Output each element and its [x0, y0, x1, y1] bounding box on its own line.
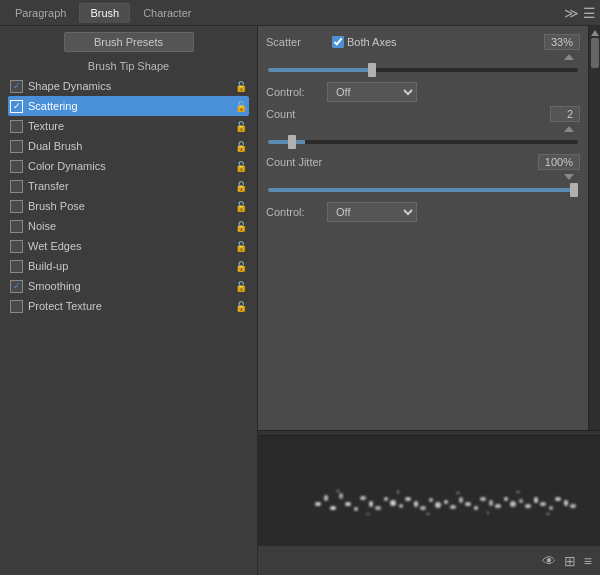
- scatter-row: Scatter Both Axes 33%: [266, 34, 580, 50]
- control1-select[interactable]: Off Fade Pen Pressure Pen Tilt Stylus Wh…: [327, 82, 417, 102]
- svg-point-22: [480, 497, 486, 501]
- right-scrollbar[interactable]: [588, 26, 600, 430]
- svg-point-36: [366, 513, 370, 515]
- brush-item-label: Noise: [28, 220, 56, 232]
- count-value: 2: [550, 106, 580, 122]
- scatter-slider[interactable]: [268, 68, 578, 72]
- control1-row: Control: Off Fade Pen Pressure Pen Tilt …: [266, 82, 580, 102]
- scroll-thumb[interactable]: [591, 38, 599, 68]
- lock-icon-scattering: 🔓: [235, 101, 247, 112]
- tab-brush[interactable]: Brush: [79, 3, 130, 23]
- count-slider[interactable]: [268, 140, 578, 144]
- count-label: Count: [266, 108, 550, 120]
- brush-item-label: Transfer: [28, 180, 69, 192]
- scatter-slider-container: [266, 54, 580, 78]
- brush-item-shape-dynamics[interactable]: ✓ Shape Dynamics 🔓: [8, 76, 249, 96]
- brush-presets-button[interactable]: Brush Presets: [64, 32, 194, 52]
- svg-point-24: [495, 504, 501, 508]
- checkbox-texture[interactable]: [10, 120, 23, 133]
- both-axes-checkbox[interactable]: [332, 36, 344, 48]
- scatter-percent: 33%: [544, 34, 580, 50]
- brush-item-label: Protect Texture: [28, 300, 102, 312]
- svg-point-20: [465, 502, 471, 506]
- checkbox-smoothing[interactable]: ✓: [10, 280, 23, 293]
- brush-item-label: Wet Edges: [28, 240, 82, 252]
- bottom-bar: 👁 ⊞ ≡: [258, 545, 600, 575]
- count-jitter-percent: 100%: [538, 154, 580, 170]
- both-axes-label: Both Axes: [347, 36, 397, 48]
- control2-select[interactable]: Off Fade Pen Pressure Pen Tilt Stylus Wh…: [327, 202, 417, 222]
- svg-point-0: [315, 502, 321, 506]
- brush-item-protect-texture[interactable]: Protect Texture 🔓: [8, 296, 249, 316]
- svg-point-6: [360, 496, 366, 500]
- svg-point-31: [549, 506, 553, 510]
- brush-item-label: Smoothing: [28, 280, 81, 292]
- brush-item-noise[interactable]: Noise 🔓: [8, 216, 249, 236]
- checkbox-scattering[interactable]: ✓: [10, 100, 23, 113]
- count-slider-container: [266, 126, 580, 150]
- tab-bar: Paragraph Brush Character ≫ ☰: [0, 0, 600, 26]
- brush-item-texture[interactable]: Texture 🔓: [8, 116, 249, 136]
- brush-item-dual-brush[interactable]: Dual Brush 🔓: [8, 136, 249, 156]
- brush-item-smoothing[interactable]: ✓ Smoothing 🔓: [8, 276, 249, 296]
- svg-point-33: [564, 500, 568, 506]
- scroll-up-count-icon[interactable]: [564, 126, 574, 132]
- checkbox-protect-texture[interactable]: [10, 300, 23, 313]
- tab-character[interactable]: Character: [132, 3, 202, 23]
- menu-icon[interactable]: ☰: [583, 5, 596, 21]
- lock-icon-brush-pose: 🔓: [235, 201, 247, 212]
- checkbox-wet-edges[interactable]: [10, 240, 23, 253]
- svg-point-5: [354, 507, 358, 511]
- brush-item-build-up[interactable]: Build-up 🔓: [8, 256, 249, 276]
- svg-point-11: [399, 504, 403, 508]
- svg-point-8: [375, 506, 381, 510]
- count-jitter-row: Count Jitter 100%: [266, 154, 580, 170]
- scroll-down-icon[interactable]: [564, 174, 574, 180]
- brush-stroke-svg: [258, 436, 600, 545]
- scroll-up-icon[interactable]: [564, 54, 574, 60]
- checkbox-build-up[interactable]: [10, 260, 23, 273]
- arrow-up-count: [268, 126, 578, 132]
- eye-icon[interactable]: 👁: [542, 553, 556, 569]
- svg-point-21: [474, 506, 478, 510]
- settings-icon[interactable]: ≡: [584, 553, 592, 569]
- expand-icon[interactable]: ≫: [564, 5, 579, 21]
- checkbox-color-dynamics[interactable]: [10, 160, 23, 173]
- grid-icon[interactable]: ⊞: [564, 553, 576, 569]
- checkbox-noise[interactable]: [10, 220, 23, 233]
- count-jitter-slider[interactable]: [268, 188, 578, 192]
- checkbox-shape-dynamics[interactable]: ✓: [10, 80, 23, 93]
- svg-point-12: [405, 497, 411, 501]
- svg-point-35: [336, 490, 340, 492]
- svg-point-16: [435, 502, 441, 508]
- svg-point-39: [456, 492, 460, 494]
- panel: Paragraph Brush Character ≫ ☰ Brush Pres…: [0, 0, 600, 575]
- lock-icon: 🔓: [235, 81, 247, 92]
- brush-item-label: Shape Dynamics: [28, 80, 111, 92]
- lock-icon-smoothing: 🔓: [235, 281, 247, 292]
- scatter-label: Scatter: [266, 36, 326, 48]
- brush-item-scattering[interactable]: ✓ Scattering 🔓: [8, 96, 249, 116]
- right-controls: Scatter Both Axes 33%: [258, 26, 588, 430]
- svg-point-18: [450, 505, 456, 509]
- lock-icon-protect-texture: 🔓: [235, 301, 247, 312]
- brush-item-label: Dual Brush: [28, 140, 82, 152]
- svg-point-29: [534, 497, 538, 503]
- brush-item-brush-pose[interactable]: Brush Pose 🔓: [8, 196, 249, 216]
- brush-item-color-dynamics[interactable]: Color Dynamics 🔓: [8, 156, 249, 176]
- checkbox-transfer[interactable]: [10, 180, 23, 193]
- svg-point-23: [489, 500, 493, 506]
- control1-label: Control:: [266, 86, 321, 98]
- checkbox-brush-pose[interactable]: [10, 200, 23, 213]
- brush-item-transfer[interactable]: Transfer 🔓: [8, 176, 249, 196]
- svg-point-4: [345, 502, 351, 506]
- svg-point-41: [516, 491, 520, 493]
- checkbox-dual-brush[interactable]: [10, 140, 23, 153]
- svg-point-1: [324, 495, 328, 501]
- count-jitter-label: Count Jitter: [266, 156, 538, 168]
- tab-paragraph[interactable]: Paragraph: [4, 3, 77, 23]
- brush-item-wet-edges[interactable]: Wet Edges 🔓: [8, 236, 249, 256]
- scroll-up-arrow[interactable]: [591, 28, 599, 36]
- lock-icon-noise: 🔓: [235, 221, 247, 232]
- control2-label: Control:: [266, 206, 321, 218]
